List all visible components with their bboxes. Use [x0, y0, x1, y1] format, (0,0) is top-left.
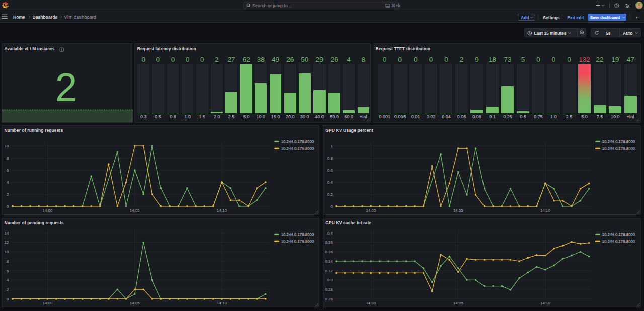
svg-text:14:00: 14:00	[42, 301, 53, 305]
svg-text:0.2: 0.2	[327, 192, 333, 197]
svg-text:0.26: 0.26	[325, 296, 333, 301]
svg-text:0.38: 0.38	[325, 240, 333, 245]
svg-text:14:05: 14:05	[453, 208, 463, 213]
svg-text:14:05: 14:05	[130, 301, 140, 305]
svg-text:0.36: 0.36	[325, 250, 333, 254]
svg-text:6: 6	[7, 268, 9, 273]
svg-text:14:10: 14:10	[217, 301, 227, 305]
svg-text:2: 2	[7, 192, 9, 197]
svg-text:10.244.0.179:8000: 10.244.0.179:8000	[602, 239, 635, 243]
svg-text:14:05: 14:05	[453, 301, 464, 305]
svg-text:14:00: 14:00	[366, 301, 376, 305]
svg-text:0.4: 0.4	[327, 230, 333, 235]
svg-text:0.4: 0.4	[327, 180, 333, 185]
svg-text:10.244.0.178:8000: 10.244.0.178:8000	[281, 232, 314, 237]
svg-text:14:10: 14:10	[540, 208, 551, 213]
svg-text:12: 12	[5, 240, 9, 245]
svg-text:14:00: 14:00	[366, 208, 376, 213]
svg-text:8: 8	[7, 156, 9, 161]
svg-text:0.3: 0.3	[327, 278, 333, 282]
svg-text:2: 2	[7, 287, 9, 292]
svg-text:6: 6	[7, 168, 9, 173]
svg-text:14:00: 14:00	[42, 208, 53, 213]
svg-text:10: 10	[5, 250, 9, 254]
svg-text:0.28: 0.28	[325, 287, 333, 292]
svg-text:10.244.0.179:8000: 10.244.0.179:8000	[281, 239, 314, 243]
svg-text:10.244.0.178:8000: 10.244.0.178:8000	[602, 232, 635, 237]
svg-text:1: 1	[330, 144, 333, 148]
svg-text:10: 10	[4, 144, 9, 148]
svg-text:14: 14	[5, 230, 9, 235]
svg-text:10.244.0.179:8000: 10.244.0.179:8000	[281, 146, 314, 151]
svg-text:8: 8	[7, 259, 9, 264]
svg-text:14:05: 14:05	[130, 208, 140, 213]
svg-text:14:10: 14:10	[217, 208, 227, 213]
svg-text:10.244.0.179:8000: 10.244.0.179:8000	[602, 146, 635, 151]
svg-text:10.244.0.178:8000: 10.244.0.178:8000	[281, 139, 314, 144]
svg-text:0: 0	[7, 296, 9, 301]
svg-text:4: 4	[7, 278, 9, 282]
svg-text:0.32: 0.32	[325, 268, 333, 273]
svg-text:10.244.0.178:8000: 10.244.0.178:8000	[602, 139, 635, 144]
svg-text:0: 0	[7, 204, 9, 208]
svg-text:0: 0	[330, 204, 333, 208]
svg-text:4: 4	[7, 180, 9, 185]
svg-text:0.34: 0.34	[325, 259, 333, 264]
svg-text:14:10: 14:10	[540, 301, 551, 305]
svg-text:0.6: 0.6	[327, 168, 333, 173]
svg-text:0.8: 0.8	[327, 156, 333, 161]
